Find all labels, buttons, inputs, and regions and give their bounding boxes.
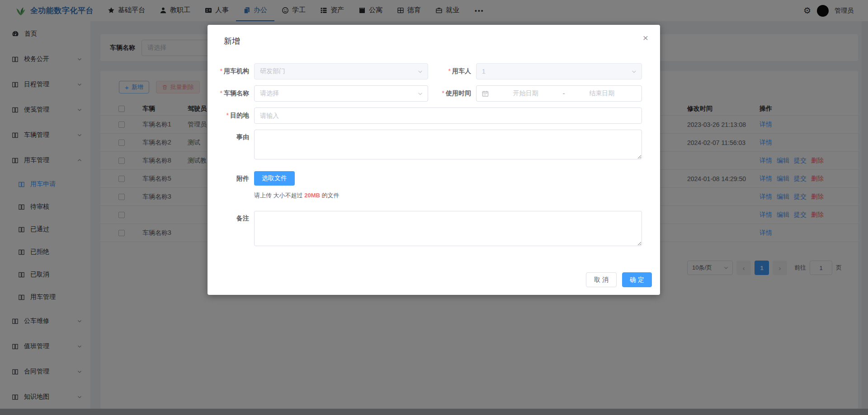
remark-textarea[interactable] (254, 211, 642, 246)
end-date-placeholder: 结束日期 (566, 89, 637, 98)
form-row: *车辆名称 请选择 *使用时间 开始日期 - 结束日期 (208, 85, 642, 102)
field-label-attachment: 附件 (208, 171, 254, 183)
field-label-vehicle: *车辆名称 (208, 89, 254, 98)
close-icon[interactable]: × (643, 33, 648, 42)
required-mark: * (442, 89, 444, 97)
field-label-user: *用车人 (428, 67, 476, 75)
confirm-button[interactable]: 确 定 (622, 272, 652, 287)
form-row: 备注 (208, 211, 642, 247)
reason-textarea[interactable] (254, 130, 642, 159)
field-label-destination: *目的地 (208, 112, 254, 120)
form-row: *目的地 (208, 107, 642, 124)
form-row: *用车机构 研发部门 *用车人 1 (208, 63, 642, 79)
required-mark: * (226, 112, 229, 119)
field-label-reason: 事由 (208, 130, 254, 141)
user-select-value: 1 (482, 68, 631, 75)
choose-file-button[interactable]: 选取文件 (254, 171, 295, 186)
chevron-down-icon (417, 69, 423, 75)
upload-hint: 请上传 大小不超过 20MB 的文件 (254, 191, 642, 200)
cancel-button[interactable]: 取 消 (586, 272, 617, 287)
new-record-dialog: 新增 × *用车机构 研发部门 *用车人 1 *车辆名称 请选择 *使用时间 (208, 25, 660, 295)
form-row: 附件 选取文件 请上传 大小不超过 20MB 的文件 (208, 171, 642, 200)
field-label-time: *使用时间 (428, 89, 476, 98)
required-mark: * (220, 67, 222, 75)
chevron-down-icon (631, 69, 637, 75)
org-select[interactable]: 研发部门 (254, 63, 428, 79)
vehicle-select-placeholder: 请选择 (260, 89, 417, 98)
required-mark: * (220, 89, 222, 97)
dialog-footer: 取 消 确 定 (586, 272, 652, 287)
user-select[interactable]: 1 (476, 63, 642, 79)
chevron-down-icon (417, 91, 423, 97)
dialog-form: *用车机构 研发部门 *用车人 1 *车辆名称 请选择 *使用时间 开始日期 - (208, 25, 660, 247)
start-date-placeholder: 开始日期 (491, 89, 561, 98)
dialog-title: 新增 (224, 36, 240, 47)
form-row: 事由 (208, 130, 642, 161)
calendar-icon (482, 90, 489, 97)
field-label-org: *用车机构 (208, 67, 254, 75)
date-range-separator: - (561, 90, 567, 97)
vehicle-select[interactable]: 请选择 (254, 85, 428, 102)
date-range-picker[interactable]: 开始日期 - 结束日期 (476, 85, 642, 102)
destination-input[interactable] (254, 107, 642, 124)
required-mark: * (448, 67, 451, 75)
size-limit: 20MB (304, 192, 320, 199)
field-label-remark: 备注 (208, 211, 254, 223)
org-select-value: 研发部门 (260, 67, 417, 75)
